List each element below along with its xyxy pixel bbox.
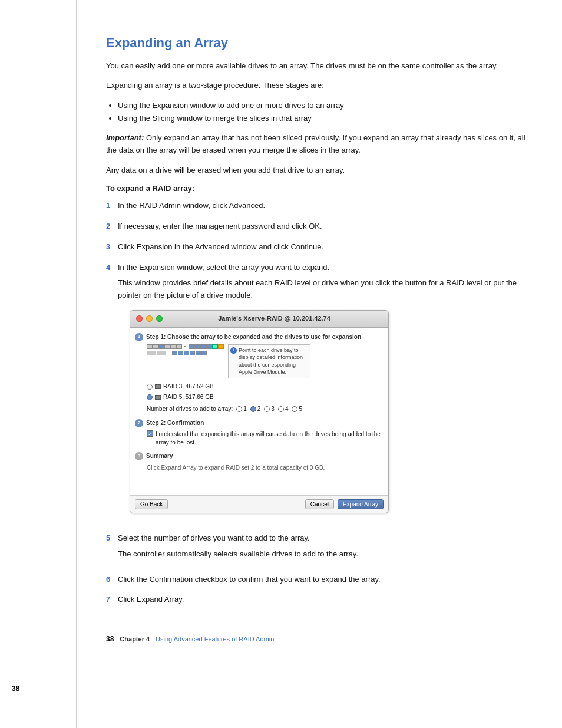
drives-option-5[interactable]: 5 xyxy=(292,404,302,414)
raid5-label: RAID 5, 517.66 GB xyxy=(163,393,214,402)
window-step2-header: 2 Step 2: Confirmation xyxy=(135,419,384,428)
drive-slot xyxy=(190,351,195,355)
drive-grid-visual xyxy=(147,344,223,378)
drives-option-3[interactable]: 3 xyxy=(264,404,275,414)
bottom-slot-grp2 xyxy=(172,351,207,355)
drives-option-1[interactable]: 1 xyxy=(236,404,247,414)
drives-label: Number of drives to add to array: xyxy=(147,404,233,414)
window-title: Jamie's Xserve-RAID @ 10.201.42.74 xyxy=(166,314,382,324)
drive-slot xyxy=(176,344,182,349)
raid3-radio[interactable] xyxy=(147,384,153,390)
drive-slot xyxy=(147,351,156,355)
drives-option-4[interactable]: 4 xyxy=(278,404,289,414)
window-step1-section: 1 Step 1: Choose the array to be expande… xyxy=(135,332,384,414)
drive-grid-top xyxy=(147,344,181,349)
drives-num-1: 1 xyxy=(243,404,247,414)
minimize-button-icon[interactable] xyxy=(146,315,153,322)
raid5-radio[interactable] xyxy=(147,394,153,400)
step-content-3: Click Expansion in the Advanced window a… xyxy=(118,241,527,253)
cancel-button[interactable]: Cancel xyxy=(305,499,334,509)
step1-label: Step 1: Choose the array to be expanded … xyxy=(146,332,361,342)
section-title: Expanding an Array xyxy=(106,35,527,51)
step-5-text: Select the number of drives you want to … xyxy=(118,533,310,542)
intro-paragraph-2: Expanding an array is a two-stage proced… xyxy=(106,80,527,92)
info-icon: i xyxy=(230,347,237,354)
window-titlebar: Jamie's Xserve-RAID @ 10.201.42.74 xyxy=(130,311,388,328)
drives-radio-2[interactable] xyxy=(250,406,256,412)
summary-spacer xyxy=(135,474,384,486)
step2-divider xyxy=(209,423,384,423)
raid3-option-row: RAID 3, 467.52 GB xyxy=(147,382,384,391)
drive-slot xyxy=(212,344,218,349)
close-button-icon[interactable] xyxy=(136,315,143,322)
zoom-button-icon[interactable] xyxy=(156,315,163,322)
step-5-subtext: The controller automatically selects ava… xyxy=(118,548,527,561)
window-footer: Go Back Cancel Expand Array xyxy=(130,495,388,513)
step-content-4: In the Expansion window, select the arra… xyxy=(118,262,527,524)
drive-slot xyxy=(153,344,158,349)
step-6: 6 Click the Confirmation checkbox to con… xyxy=(106,574,527,586)
summary-text: Click Expand Array to expand RAID set 2 … xyxy=(147,463,384,473)
left-margin: 38 xyxy=(0,0,77,728)
step-heading: To expand a RAID array: xyxy=(106,184,527,193)
step-num-4: 4 xyxy=(106,262,118,274)
drives-radio-3[interactable] xyxy=(264,406,270,412)
step-4-text: In the Expansion window, select the arra… xyxy=(118,263,329,272)
step2-label: Step 2: Confirmation xyxy=(146,419,204,428)
window-step2-section: 2 Step 2: Confirmation I understand that… xyxy=(135,419,384,447)
confirmation-checkbox[interactable] xyxy=(147,430,153,437)
drives-radio-4[interactable] xyxy=(278,406,284,412)
footer-chapter-label: Chapter 4 xyxy=(120,635,150,643)
step1-divider xyxy=(366,337,384,337)
steps-list: 1 In the RAID Admin window, click Advanc… xyxy=(106,200,527,606)
summary-circle: 3 xyxy=(135,452,143,460)
window-summary-section: 3 Summary Click Expand Array to expand R… xyxy=(135,452,384,486)
step-num-3: 3 xyxy=(106,241,118,253)
bullet-item-2: Using the Slicing window to merge the sl… xyxy=(118,112,527,125)
page-number: 38 xyxy=(12,684,19,693)
window-body: 1 Step 1: Choose the array to be expande… xyxy=(130,328,388,495)
drives-radio-1[interactable] xyxy=(236,406,242,412)
summary-label: Summary xyxy=(146,452,173,461)
intro-paragraph-1: You can easily add one or more available… xyxy=(106,60,527,73)
go-back-button[interactable]: Go Back xyxy=(135,499,168,509)
drives-radio-5[interactable] xyxy=(292,406,297,412)
confirmation-row: I understand that expanding this array w… xyxy=(147,430,384,447)
drive-slot xyxy=(164,344,170,349)
drive-slot-active xyxy=(158,344,164,349)
step-4-subtext: This window provides brief details about… xyxy=(118,277,527,302)
drive-slot xyxy=(194,344,200,349)
step-4: 4 In the Expansion window, select the ar… xyxy=(106,262,527,524)
drives-num-2: 2 xyxy=(257,404,261,414)
num-drives-row: Number of drives to add to array: 1 2 xyxy=(147,404,384,414)
step-num-5: 5 xyxy=(106,532,118,545)
drive-info-box: i Point to each drive bay to display det… xyxy=(228,344,310,378)
important-block: Important: Only expand an array that has… xyxy=(106,132,527,157)
drive-slot xyxy=(178,351,183,355)
footer-chapter-title: Using Advanced Features of RAID Admin xyxy=(156,635,274,643)
confirmation-text: I understand that expanding this array w… xyxy=(156,430,384,447)
raid5-option-row: RAID 5, 517.66 GB xyxy=(147,393,384,402)
info-box-inner: i Point to each drive bay to display det… xyxy=(230,347,308,376)
step1-circle: 1 xyxy=(135,333,143,341)
drives-option-2[interactable]: 2 xyxy=(250,404,261,414)
expansion-window-mockup: Jamie's Xserve-RAID @ 10.201.42.74 1 Ste… xyxy=(130,310,389,513)
important-text: Only expand an array that has not been s… xyxy=(106,133,525,154)
step-content-2: If necessary, enter the management passw… xyxy=(118,220,527,233)
drive-slot xyxy=(184,351,189,355)
step-7: 7 Click Expand Array. xyxy=(106,594,527,606)
step-content-7: Click Expand Array. xyxy=(118,594,527,606)
drive-slot xyxy=(147,344,153,349)
spacer xyxy=(168,351,170,355)
window-step1-header: 1 Step 1: Choose the array to be expande… xyxy=(135,332,384,342)
summary-divider xyxy=(178,456,384,456)
stages-list: Using the Expansion window to add one or… xyxy=(106,99,527,125)
content-area: Expanding an Array You can easily add on… xyxy=(77,0,562,728)
step-num-6: 6 xyxy=(106,574,118,586)
drive-slot xyxy=(196,351,201,355)
drive-slot xyxy=(206,344,212,349)
expand-array-button[interactable]: Expand Array xyxy=(338,499,384,509)
step-2: 2 If necessary, enter the management pas… xyxy=(106,220,527,233)
raid5-icon xyxy=(155,395,161,400)
drive-grid-top2 xyxy=(189,344,223,349)
